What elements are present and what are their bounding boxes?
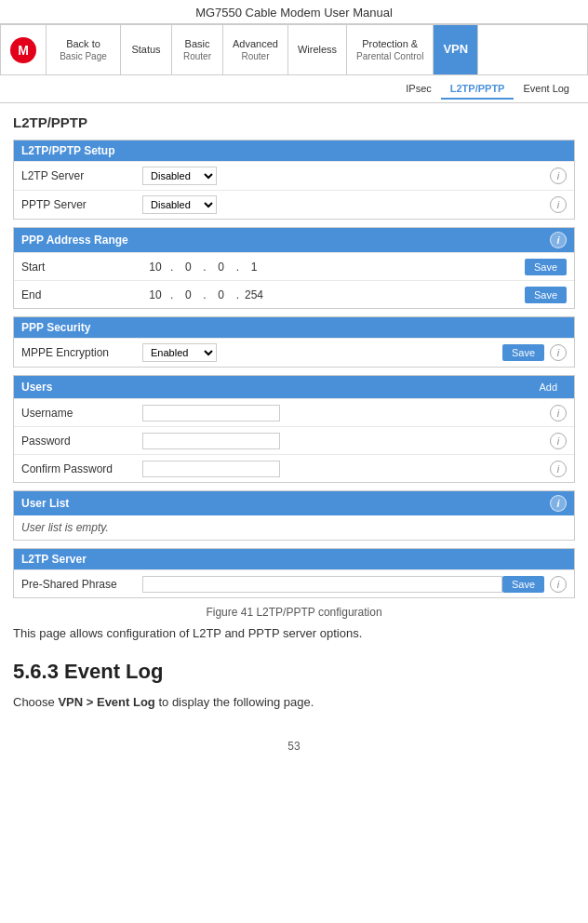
ppp-start-row: Start 10 . 0 . 0 . 1 Save xyxy=(14,252,574,280)
mppe-save-button[interactable]: Save xyxy=(502,344,544,361)
l2tp-server-row: L2TP Server Disabled Enabled i xyxy=(14,161,574,190)
pptp-server-select[interactable]: Disabled Enabled xyxy=(142,195,217,214)
nav-logo: M xyxy=(1,25,47,74)
nav-bar: M Back to Basic Page Status Basic Router… xyxy=(0,25,588,75)
username-value xyxy=(142,405,550,421)
users-panel: Users Add Username i Password i Confirm … xyxy=(13,375,575,483)
pre-shared-save-button[interactable]: Save xyxy=(502,576,544,593)
l2tp-server-section-header: L2TP Server xyxy=(14,549,574,569)
nav-back-label: Back to xyxy=(66,37,100,50)
pre-shared-row: Pre-Shared Phrase Save i xyxy=(14,569,574,597)
ppp-address-panel: PPP Address Range i Start 10 . 0 . 0 . 1… xyxy=(13,227,575,309)
page-title: MG7550 Cable Modem User Manual xyxy=(0,0,588,24)
mppe-info-icon[interactable]: i xyxy=(550,344,567,361)
nav-protection-label: Protection & xyxy=(362,37,418,50)
nav-item-wireless[interactable]: Wireless xyxy=(288,25,347,74)
password-input[interactable] xyxy=(142,433,280,449)
username-row: Username i xyxy=(14,398,574,426)
ppp-security-header: PPP Security xyxy=(14,317,574,338)
confirm-password-row: Confirm Password i xyxy=(14,454,574,482)
subnav-l2tp[interactable]: L2TP/PPTP xyxy=(441,79,514,100)
ppp-start-ip3: 0 xyxy=(208,261,234,274)
nav-advanced-label: Advanced xyxy=(233,37,278,50)
l2tp-server-info-icon[interactable]: i xyxy=(550,167,567,184)
main-content: L2TP/PPTP L2TP/PPTP Setup L2TP Server Di… xyxy=(0,103,588,773)
choose-text-after: to display the following page. xyxy=(155,695,314,709)
confirm-password-input[interactable] xyxy=(142,461,280,477)
user-list-header: User List i xyxy=(14,491,574,515)
ppp-start-ip2: 0 xyxy=(175,261,201,274)
confirm-password-info-icon[interactable]: i xyxy=(550,461,567,477)
user-list-header-info-icon[interactable]: i xyxy=(550,495,567,512)
ppp-end-ip2: 0 xyxy=(175,288,201,301)
pre-shared-input[interactable] xyxy=(142,576,502,593)
nav-item-back[interactable]: Back to Basic Page xyxy=(47,25,121,74)
l2tp-server-panel: L2TP Server Pre-Shared Phrase Save i xyxy=(13,548,575,598)
choose-text-before: Choose xyxy=(13,695,58,709)
user-list-empty: User list is empty. xyxy=(14,515,574,540)
ppp-start-ip1: 10 xyxy=(142,261,168,274)
confirm-password-value xyxy=(142,461,550,477)
l2tp-server-value: Disabled Enabled xyxy=(142,167,550,185)
mppe-label: MPPE Encryption xyxy=(21,346,142,359)
add-user-button[interactable]: Add xyxy=(529,380,567,395)
ppp-end-ip4: 254 xyxy=(241,288,267,301)
nav-item-status[interactable]: Status xyxy=(121,25,172,74)
ppp-start-ip: 10 . 0 . 0 . 1 xyxy=(142,261,525,274)
mppe-select[interactable]: Enabled Disabled xyxy=(142,343,217,362)
choose-bold: VPN > Event Log xyxy=(58,695,154,709)
ppp-address-header-info-icon[interactable]: i xyxy=(550,232,567,248)
nav-wireless-label: Wireless xyxy=(298,43,337,56)
username-input[interactable] xyxy=(142,405,280,421)
ppp-start-save-button[interactable]: Save xyxy=(525,259,567,275)
nav-item-advanced-router[interactable]: Advanced Router xyxy=(223,25,288,74)
sub-nav: IPsec L2TP/PPTP Event Log xyxy=(0,75,588,103)
password-label: Password xyxy=(21,435,142,448)
ppp-end-row: End 10 . 0 . 0 . 254 Save xyxy=(14,280,574,308)
pptp-server-value: Disabled Enabled xyxy=(142,195,550,214)
confirm-password-label: Confirm Password xyxy=(21,462,142,475)
nav-item-protection[interactable]: Protection & Parental Control xyxy=(347,25,434,74)
username-info-icon[interactable]: i xyxy=(550,405,567,421)
nav-status-label: Status xyxy=(131,43,160,56)
username-label: Username xyxy=(21,407,142,420)
ppp-end-ip: 10 . 0 . 0 . 254 xyxy=(142,288,525,301)
figure-caption: Figure 41 L2TP/PPTP configuration xyxy=(13,606,575,619)
subnav-ipsec[interactable]: IPsec xyxy=(396,79,441,100)
l2tp-server-label: L2TP Server xyxy=(21,169,142,182)
pptp-server-info-icon[interactable]: i xyxy=(550,196,567,213)
choose-text: Choose VPN > Event Log to display the fo… xyxy=(13,693,575,713)
ppp-end-label: End xyxy=(21,288,142,301)
l2tp-setup-panel: L2TP/PPTP Setup L2TP Server Disabled Ena… xyxy=(13,140,575,220)
ppp-address-header: PPP Address Range i xyxy=(14,228,574,252)
pptp-server-row: PPTP Server Disabled Enabled i xyxy=(14,190,574,219)
description-text: This page allows configuration of L2TP a… xyxy=(13,624,575,643)
subnav-eventlog[interactable]: Event Log xyxy=(514,79,579,100)
nav-item-vpn[interactable]: VPN xyxy=(434,25,478,74)
section-563-heading: 5.6.3 Event Log xyxy=(13,660,575,684)
nav-protection-sub: Parental Control xyxy=(356,50,423,62)
ppp-end-save-button[interactable]: Save xyxy=(525,287,567,303)
l2tp-server-select[interactable]: Disabled Enabled xyxy=(142,167,217,185)
user-list-panel: User List i User list is empty. xyxy=(13,490,575,541)
l2tp-setup-header: L2TP/PPTP Setup xyxy=(14,140,574,161)
users-header: Users Add xyxy=(14,376,574,398)
mppe-value: Enabled Disabled xyxy=(142,343,502,362)
pptp-server-label: PPTP Server xyxy=(21,198,142,211)
motorola-icon: M xyxy=(10,37,36,63)
ppp-end-ip-fields: 10 . 0 . 0 . 254 xyxy=(142,288,267,301)
pre-shared-info-icon[interactable]: i xyxy=(550,576,567,593)
nav-advanced-sub: Router xyxy=(241,50,269,62)
ppp-start-ip-fields: 10 . 0 . 0 . 1 xyxy=(142,261,267,274)
mppe-row: MPPE Encryption Enabled Disabled Save i xyxy=(14,338,574,367)
ppp-end-ip1: 10 xyxy=(142,288,168,301)
nav-item-basic-router[interactable]: Basic Router xyxy=(172,25,223,74)
password-info-icon[interactable]: i xyxy=(550,433,567,449)
ppp-start-label: Start xyxy=(21,261,142,274)
ppp-end-ip3: 0 xyxy=(208,288,234,301)
password-row: Password i xyxy=(14,426,574,454)
pre-shared-value xyxy=(142,576,502,593)
nav-vpn-label: VPN xyxy=(443,42,468,58)
password-value xyxy=(142,433,550,449)
page-number: 53 xyxy=(13,740,575,762)
